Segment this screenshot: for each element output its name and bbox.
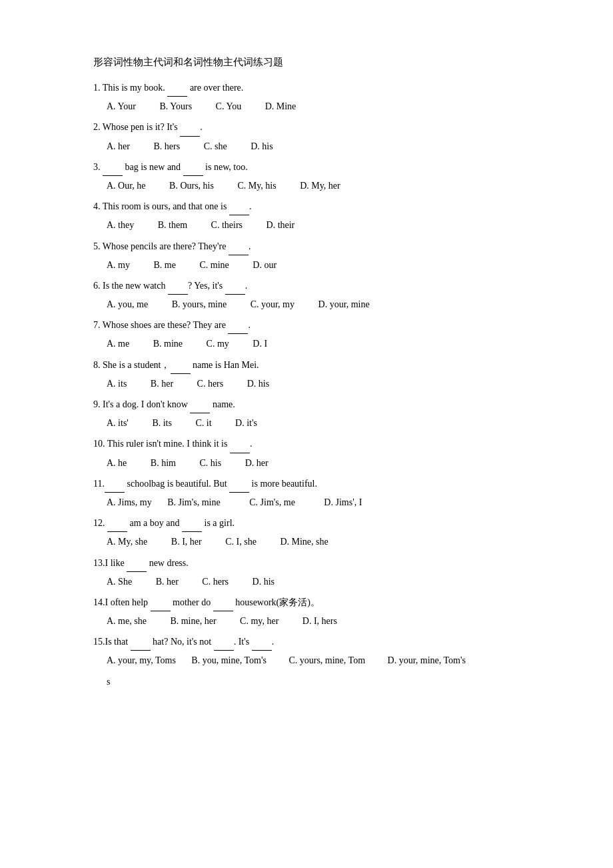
- q9-text: 9. It's a dog. I don't know name.: [93, 396, 520, 413]
- q7-options: A. me B. mine C. my D. I: [107, 335, 520, 352]
- q8-optC: C. hers: [197, 375, 224, 392]
- q8-optA: A. its: [107, 375, 127, 392]
- q9-options: A. its' B. its C. it D. it's: [107, 415, 520, 431]
- q8-optD: D. his: [247, 375, 269, 392]
- question-13: 13.I like new dress. A. She B. her C. he…: [93, 555, 520, 590]
- q1-optB: B. Yours: [159, 98, 192, 115]
- q2-optD: D. his: [251, 138, 273, 155]
- q4-optD: D. their: [267, 217, 295, 233]
- q13-optC: C. hers: [202, 573, 229, 590]
- q10-optB: B. him: [151, 455, 176, 471]
- q2-text: 2. Whose pen is it? It's .: [93, 119, 520, 136]
- q14-optC: C. my, her: [240, 613, 279, 629]
- q11-text: 11. schoolbag is beautiful. But is more …: [93, 475, 520, 493]
- question-3: 3. bag is new and is new, too. A. Our, h…: [93, 159, 520, 194]
- q10-options: A. he B. him C. his D. her: [107, 455, 520, 471]
- q2-optA: A. her: [107, 138, 130, 155]
- question-8: 8. She is a student， name is Han Mei. A.…: [93, 357, 520, 392]
- q15-wrap: s: [107, 673, 520, 690]
- q9-optB: B. its: [152, 415, 172, 431]
- q4-optC: C. theirs: [211, 217, 243, 233]
- q14-optA: A. me, she: [107, 613, 147, 629]
- q15-optC: C. yours, mine, Tom: [289, 652, 365, 669]
- q9-optA: A. its': [107, 415, 129, 431]
- question-12: 12. am a boy and is a girl. A. My, she B…: [93, 515, 520, 550]
- q8-options: A. its B. her C. hers D. his: [107, 375, 520, 392]
- q9-optC: C. it: [195, 415, 211, 431]
- q5-options: A. my B. me C. mine D. our: [107, 257, 520, 273]
- q3-optA: A. Our, he: [107, 177, 146, 194]
- q3-text: 3. bag is new and is new, too.: [93, 159, 520, 176]
- q7-text: 7. Whose shoes are these? They are .: [93, 317, 520, 334]
- question-2: 2. Whose pen is it? It's . A. her B. her…: [93, 119, 520, 154]
- q6-optC: C. your, my: [251, 296, 295, 313]
- q8-optB: B. her: [151, 375, 173, 392]
- q3-options: A. Our, he B. Ours, his C. My, his D. My…: [107, 177, 520, 194]
- q4-optA: A. they: [107, 217, 134, 233]
- q5-optC: C. mine: [199, 257, 229, 273]
- q15-optB: B. you, mine, Tom's: [191, 652, 267, 669]
- question-15: 15.Is that hat? No, it's not . It's . A.…: [93, 633, 520, 690]
- q8-text: 8. She is a student， name is Han Mei.: [93, 357, 520, 374]
- q5-optA: A. my: [107, 257, 130, 273]
- q11-optB: B. Jim's, mine: [167, 494, 221, 511]
- page-container: 形容词性物主代词和名词性物主代词练习题 1. This is my book. …: [93, 53, 520, 690]
- q12-optB: B. I, her: [171, 533, 202, 550]
- q15-text: 15.Is that hat? No, it's not . It's .: [93, 633, 520, 651]
- page-title: 形容词性物主代词和名词性物主代词练习题: [93, 53, 520, 71]
- q5-optB: B. me: [154, 257, 176, 273]
- question-14: 14.I often help mother do housework(家务活)…: [93, 594, 520, 629]
- q11-optD: D. Jims', I: [324, 494, 362, 511]
- q1-optA: A. Your: [107, 98, 136, 115]
- q6-text: 6. Is the new watch ? Yes, it's .: [93, 277, 520, 295]
- q13-options: A. She B. her C. hers D. his: [107, 573, 520, 590]
- q6-optD: D. your, mine: [318, 296, 370, 313]
- q13-optB: B. her: [156, 573, 179, 590]
- question-6: 6. Is the new watch ? Yes, it's . A. you…: [93, 277, 520, 313]
- q15-options: A. your, my, Toms B. you, mine, Tom's C.…: [107, 652, 520, 669]
- q4-options: A. they B. them C. theirs D. their: [107, 217, 520, 233]
- q10-text: 10. This ruler isn't mine. I think it is…: [93, 435, 520, 453]
- q10-optD: D. her: [245, 455, 269, 471]
- q7-optD: D. I: [253, 335, 267, 352]
- question-4: 4. This room is ours, and that one is . …: [93, 198, 520, 233]
- q13-optD: D. his: [253, 573, 275, 590]
- q4-text: 4. This room is ours, and that one is .: [93, 198, 520, 215]
- q14-optB: B. mine, her: [170, 613, 216, 629]
- q9-optD: D. it's: [235, 415, 257, 431]
- q10-optA: A. he: [107, 455, 127, 471]
- q7-optB: B. mine: [153, 335, 183, 352]
- questions-list: 1. This is my book. are over there. A. Y…: [93, 79, 520, 690]
- q12-text: 12. am a boy and is a girl.: [93, 515, 520, 532]
- q3-optB: B. Ours, his: [169, 177, 214, 194]
- q14-options: A. me, she B. mine, her C. my, her D. I,…: [107, 613, 520, 629]
- q11-optA: A. Jims, my: [107, 494, 152, 511]
- q12-optD: D. Mine, she: [280, 533, 328, 550]
- q2-options: A. her B. hers C. she D. his: [107, 138, 520, 155]
- q15-optA: A. your, my, Toms: [107, 652, 176, 669]
- q12-optA: A. My, she: [107, 533, 147, 550]
- q11-options: A. Jims, my B. Jim's, mine C. Jim's, me …: [107, 494, 520, 511]
- q14-text: 14.I often help mother do housework(家务活)…: [93, 594, 520, 611]
- q1-text: 1. This is my book. are over there.: [93, 79, 520, 97]
- q3-optD: D. My, her: [300, 177, 340, 194]
- q11-optC: C. Jim's, me: [249, 494, 295, 511]
- question-9: 9. It's a dog. I don't know name. A. its…: [93, 396, 520, 431]
- q2-optC: C. she: [204, 138, 227, 155]
- q2-optB: B. hers: [154, 138, 181, 155]
- q15-optD: D. your, mine, Tom's: [388, 652, 466, 669]
- question-5: 5. Whose pencils are there? They're . A.…: [93, 238, 520, 273]
- q1-optD: D. Mine: [265, 98, 297, 115]
- q10-optC: C. his: [199, 455, 221, 471]
- q6-options: A. you, me B. yours, mine C. your, my D.…: [107, 296, 520, 313]
- q13-optA: A. She: [107, 573, 132, 590]
- q7-optA: A. me: [107, 335, 129, 352]
- q6-optA: A. you, me: [107, 296, 148, 313]
- q13-text: 13.I like new dress.: [93, 555, 520, 572]
- question-7: 7. Whose shoes are these? They are . A. …: [93, 317, 520, 352]
- q12-options: A. My, she B. I, her C. I, she D. Mine, …: [107, 533, 520, 550]
- q5-text: 5. Whose pencils are there? They're .: [93, 238, 520, 255]
- q5-optD: D. our: [253, 257, 277, 273]
- q1-optC: C. You: [216, 98, 242, 115]
- q1-options: A. Your B. Yours C. You D. Mine: [107, 98, 520, 115]
